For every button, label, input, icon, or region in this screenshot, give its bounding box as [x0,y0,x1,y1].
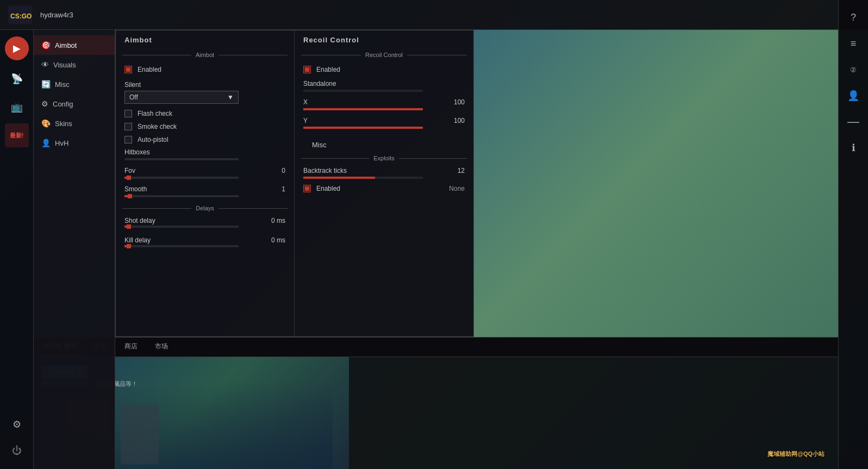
hitboxes-track[interactable] [124,158,239,160]
smoke-check-label: Smoke check [138,123,177,130]
levels-icon[interactable]: ≡ [842,33,864,54]
sidebar-item-misc[interactable]: 🔄 Misc [34,74,115,94]
smoke-check-row: Smoke check [116,120,294,133]
aimbot-section-divider: Aimbot [116,48,294,61]
info2-icon[interactable]: ② [842,59,864,80]
delays-section-label: Delays [196,205,214,211]
watermark: 魔域辅助网@QQ小站 [767,450,825,458]
fov-row: Fov 0 [116,165,294,183]
question-icon[interactable]: ? [842,7,864,28]
exploit-enabled-label: Enabled [316,185,340,192]
visuals-icon: 👁 [41,60,49,69]
smooth-label-row: Smooth 1 [124,185,285,193]
enabled-none-row: Enabled None [295,182,473,195]
recoil-enabled-checkbox[interactable] [303,66,311,73]
silent-label: Silent [124,81,285,89]
smooth-track[interactable] [124,195,239,197]
info-icon[interactable]: ℹ [842,137,864,159]
smooth-label: Smooth [124,185,147,193]
exploits-section-label: Exploits [373,155,395,161]
radio-icon[interactable]: 📡 [5,67,29,91]
none-label: None [449,185,465,192]
sidebar-item-label-config: Config [53,100,73,108]
settings-icon[interactable]: ⚙ [5,412,29,436]
misc-label: Misc [303,136,335,151]
y-label: Y [303,117,308,124]
misc-icon: 🔄 [41,80,51,89]
shot-delay-row: Shot delay 0 ms [124,215,285,229]
silent-dropdown[interactable]: Off ▼ [124,91,239,104]
tab-market[interactable]: 市场 [146,337,177,357]
standalone-track[interactable] [303,90,423,92]
bottom-tabs: 大行动 激流 热卖 商店 市场 [34,337,838,357]
username-label: hydraw4r3 [40,11,73,19]
auto-pistol-label: Auto-pistol [138,136,168,143]
standalone-row: Standalone [295,78,473,96]
play-button[interactable]: ▶ [5,36,29,60]
sidebar-item-aimbot[interactable]: 🎯 Aimbot [34,35,115,55]
watermark-text: 魔域辅助网@QQ小站 [767,451,825,457]
sidebar-item-label-skins: Skins [55,120,72,128]
x-label: X [303,98,308,106]
exploit-enabled-checkbox[interactable] [303,185,311,192]
x-track[interactable] [303,108,423,110]
flash-check-row: Flash check [116,107,294,120]
hitboxes-row: Hitboxes [116,146,294,165]
sidebar-item-visuals[interactable]: 👁 Visuals [34,55,115,74]
smooth-row: Smooth 1 [116,183,294,202]
recoil-section-label: Recoil Control [365,52,403,58]
smooth-thumb [128,194,132,198]
menu-panel: 🎯 Aimbot 👁 Visuals 🔄 Misc ⚙ Config 🎨 Ski… [34,30,115,469]
right-panel: ? ≡ ② 👤 — ℹ [838,0,868,469]
sidebar-item-hvh[interactable]: 👤 HvH [34,133,115,153]
config-icon: ⚙ [41,99,48,108]
recoil-enabled-label: Enabled [316,66,340,73]
power-icon[interactable]: ⏻ [5,439,29,462]
smoke-check-checkbox[interactable] [124,123,132,130]
backtrack-value: 12 [458,167,465,174]
shot-delay-label: Shot delay [124,217,155,224]
top-bar: CS:GO hydraw4r3 [0,0,868,30]
kill-delay-label-row: Kill delay 0 ms [124,236,285,244]
sidebar-item-skins[interactable]: 🎨 Skins [34,114,115,133]
dropdown-arrow: ▼ [227,93,234,101]
sidebar-item-label-aimbot: Aimbot [55,41,77,49]
sidebar-item-config[interactable]: ⚙ Config [34,94,115,114]
kill-delay-value: 0 ms [271,236,285,244]
sidebar-item-label-visuals: Visuals [53,61,76,69]
fov-thumb [127,176,131,180]
bottom-bar: 大行动 激流 热卖 商店 市场 大行动商店 解锁所有的新探员、武器收藏品等！ [34,337,838,469]
backtrack-track[interactable] [303,177,423,179]
aimbot-header: Aimbot [116,30,294,48]
y-track[interactable] [303,127,423,129]
person-icon[interactable]: 👤 [842,85,864,107]
aimbot-enabled-checkbox[interactable] [124,66,132,73]
delays-section-divider: Delays [116,202,294,215]
backtrack-label: Backtrack ticks [303,167,347,174]
left-sidebar: ▶ 📡 📺 最新! ⚙ ⏻ [0,30,34,469]
shot-delay-value: 0 ms [271,217,285,224]
recoil-header: Recoil Control [295,30,473,48]
delays-section: Shot delay 0 ms Kill delay 0 ms [116,215,294,252]
aimbot-icon: 🎯 [41,41,51,49]
backtrack-row: Backtrack ticks 12 [295,165,473,182]
flash-check-label: Flash check [138,110,172,117]
y-fill [303,127,423,129]
new-badge-icon[interactable]: 最新! [5,123,29,147]
svg-text:CS:GO: CS:GO [10,12,32,20]
flash-check-checkbox[interactable] [124,110,132,117]
hvh-icon: 👤 [41,139,51,147]
shot-delay-label-row: Shot delay 0 ms [124,217,285,224]
aimbot-enabled-label: Enabled [138,66,161,73]
tab-shop[interactable]: 商店 [116,337,146,357]
y-value: 100 [454,117,465,124]
kill-delay-track[interactable] [124,245,239,247]
shot-delay-track[interactable] [124,226,239,228]
auto-pistol-checkbox[interactable] [124,136,132,143]
recoil-section-divider: Recoil Control [295,48,473,61]
tv-icon[interactable]: 📺 [5,95,29,119]
dash-icon[interactable]: — [842,111,864,133]
y-label-row: Y 100 [303,117,465,124]
fov-track[interactable] [124,177,239,179]
silent-section: Silent Off ▼ [116,78,294,107]
